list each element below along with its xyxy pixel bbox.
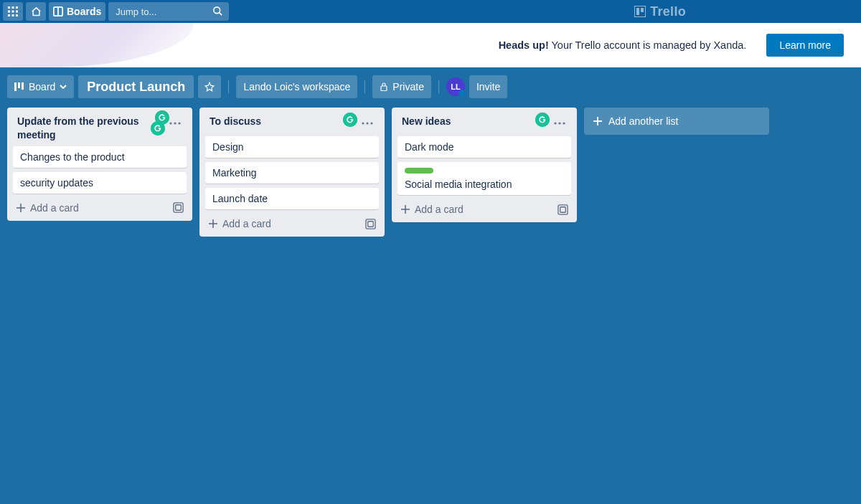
svg-point-40 <box>563 122 565 124</box>
card-template-button[interactable] <box>173 202 184 213</box>
svg-rect-3 <box>8 11 10 13</box>
separator <box>364 80 365 93</box>
list-header: Update from the previous meeting <box>13 113 187 146</box>
grammarly-badge-icon <box>343 113 357 127</box>
visibility-button[interactable]: Private <box>372 75 431 98</box>
card[interactable]: Social media integration <box>397 162 571 195</box>
svg-rect-27 <box>174 203 183 212</box>
add-card-button[interactable]: Add a card <box>208 218 271 229</box>
card-template-button[interactable] <box>365 219 376 229</box>
card-text: security updates <box>20 177 93 189</box>
svg-rect-13 <box>634 6 646 17</box>
ellipsis-icon <box>362 122 373 125</box>
svg-point-29 <box>343 113 357 127</box>
svg-rect-28 <box>176 205 182 211</box>
svg-point-38 <box>554 122 556 124</box>
card-text: Dark mode <box>405 141 453 153</box>
list-title[interactable]: New ideas <box>402 115 551 128</box>
card[interactable]: Dark mode <box>397 136 571 158</box>
star-board-button[interactable] <box>198 75 221 98</box>
card-text: Social media integration <box>405 179 512 190</box>
home-button[interactable] <box>26 2 46 21</box>
chevron-down-icon <box>60 85 67 89</box>
ellipsis-icon <box>554 122 565 125</box>
list-title[interactable]: Update from the previous meeting <box>17 115 166 142</box>
trello-logo-icon <box>634 6 646 17</box>
add-list-button[interactable]: Add another list <box>584 108 769 135</box>
svg-point-39 <box>558 122 560 124</box>
add-card-label: Add a card <box>415 204 464 215</box>
account-banner: Heads up! Your Trello account is managed… <box>0 23 861 67</box>
list-actions-button[interactable] <box>551 115 568 132</box>
invite-button[interactable]: Invite <box>469 75 507 98</box>
card-text: Marketing <box>212 167 256 179</box>
card[interactable]: Launch date <box>205 188 379 209</box>
list-footer: Add a card <box>205 214 379 231</box>
workspace-button[interactable]: Lando Loic's workspace <box>236 75 357 98</box>
board-view-icon <box>14 82 24 91</box>
board-canvas: Update from the previous meeting Changes… <box>0 102 861 242</box>
board-title-text: Product Launch <box>87 80 185 95</box>
member-avatar[interactable]: LL <box>446 77 465 96</box>
add-list-label: Add another list <box>608 115 678 127</box>
apps-button[interactable] <box>3 2 23 21</box>
avatar-status-dot <box>458 90 466 97</box>
svg-rect-18 <box>22 82 24 90</box>
avatar-initials: LL <box>451 82 460 91</box>
svg-point-22 <box>169 122 171 124</box>
board-title[interactable]: Product Launch <box>78 75 194 98</box>
svg-line-12 <box>220 12 222 15</box>
list-title[interactable]: To discuss <box>210 115 359 128</box>
svg-point-37 <box>535 113 550 127</box>
boards-icon <box>53 6 63 16</box>
star-icon <box>204 82 215 92</box>
card-text: Changes to the product <box>20 151 125 163</box>
add-card-button[interactable]: Add a card <box>16 202 79 214</box>
plus-icon <box>16 203 26 213</box>
svg-rect-15 <box>641 8 644 12</box>
search-input[interactable] <box>108 2 229 21</box>
svg-rect-36 <box>368 221 374 227</box>
svg-rect-4 <box>12 11 14 13</box>
card-template-button[interactable] <box>557 204 568 215</box>
svg-rect-0 <box>8 6 10 9</box>
list-actions-button[interactable] <box>359 115 376 132</box>
plus-icon <box>208 219 218 229</box>
list-footer: Add a card <box>397 199 571 217</box>
svg-rect-7 <box>12 14 14 16</box>
banner-body: Your Trello account is managed by Xanda. <box>549 39 747 51</box>
card[interactable]: Design <box>205 136 379 158</box>
svg-rect-35 <box>366 219 375 228</box>
svg-rect-19 <box>381 86 387 91</box>
visibility-label: Private <box>392 81 424 92</box>
card[interactable]: security updates <box>13 172 187 194</box>
app-logo-text: Trello <box>650 4 686 19</box>
banner-headline: Heads up! <box>499 39 549 51</box>
list: Update from the previous meeting Changes… <box>7 108 192 221</box>
add-card-button[interactable]: Add a card <box>400 204 464 215</box>
ellipsis-icon <box>169 122 181 125</box>
svg-rect-44 <box>560 206 566 212</box>
add-card-label: Add a card <box>30 202 79 214</box>
separator <box>438 80 439 93</box>
template-icon <box>173 202 184 213</box>
banner-cta-button[interactable]: Learn more <box>766 34 844 57</box>
add-card-label: Add a card <box>222 218 271 229</box>
card[interactable]: Marketing <box>205 162 379 184</box>
boards-nav-button[interactable]: Boards <box>49 2 105 21</box>
svg-point-23 <box>174 122 176 124</box>
template-icon <box>365 219 376 229</box>
board-header-left: Board Product Launch Lando Loic's worksp… <box>7 75 507 98</box>
boards-nav-label: Boards <box>67 6 101 17</box>
svg-point-30 <box>362 122 364 124</box>
search-wrapper[interactable] <box>108 2 229 21</box>
card[interactable]: Changes to the product <box>13 146 187 168</box>
lock-icon <box>380 82 388 92</box>
svg-point-24 <box>178 122 180 124</box>
list-header: New ideas <box>397 113 571 136</box>
list-footer: Add a card <box>13 198 187 215</box>
template-icon <box>557 204 568 215</box>
view-switcher-button[interactable]: Board <box>7 75 74 98</box>
view-switcher-label: Board <box>29 81 55 92</box>
app-logo[interactable]: Trello <box>634 4 686 19</box>
